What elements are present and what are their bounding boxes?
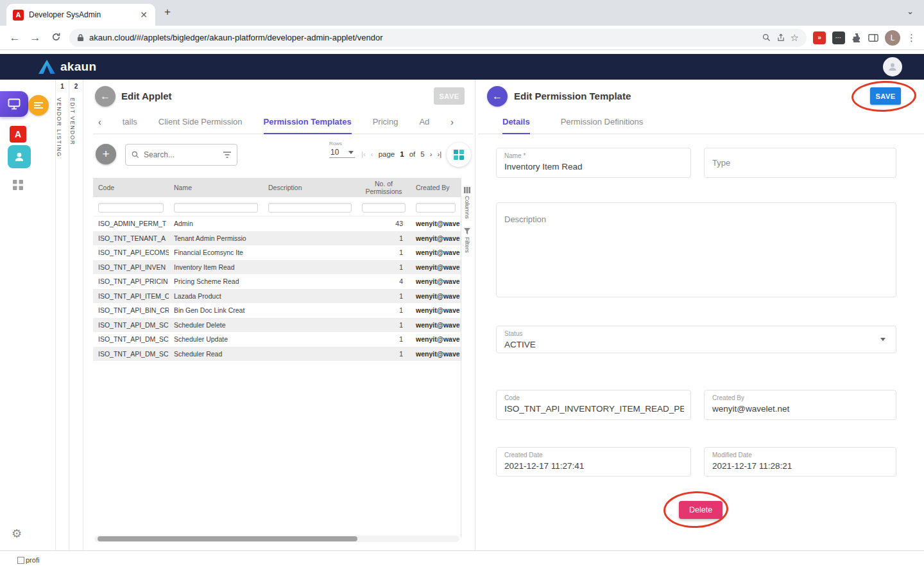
cell-code: ISO_TNT_API_DM_SC — [93, 321, 169, 329]
contacts-applet-button[interactable] — [8, 145, 31, 168]
cell-permissions: 1 — [357, 292, 411, 300]
step-tab-vendor-listing[interactable]: 1 VENDOR LISTING — [55, 80, 69, 550]
type-field[interactable]: Type — [704, 148, 896, 178]
browser-tab[interactable]: A Developer SysAdmin ✕ — [6, 4, 155, 26]
filter-input-description[interactable] — [268, 203, 352, 213]
back-button[interactable]: ← — [487, 86, 508, 107]
table-row[interactable]: ISO_TNT_API_INVEN Inventory Item Read 1 … — [93, 260, 461, 275]
delete-button[interactable]: Delete — [679, 501, 723, 519]
share-icon[interactable] — [776, 33, 785, 42]
last-page-button[interactable]: ›| — [438, 150, 442, 158]
tabs-scroll-left-icon[interactable]: ‹ — [98, 117, 101, 127]
page-of-word: of — [409, 150, 416, 158]
extension-icon-dark[interactable]: ⋯ — [832, 31, 845, 44]
url-bar[interactable]: akaun.cloud/#/applets/bigledger/akaun-pl… — [69, 29, 807, 47]
browser-tabstrip: A Developer SysAdmin ✕ + ⌄ — [0, 0, 924, 26]
akaun-logo-icon — [38, 60, 55, 74]
scrollbar-thumb[interactable] — [98, 536, 357, 541]
cell-permissions: 1 — [357, 263, 411, 271]
filter-list-icon[interactable] — [223, 151, 232, 159]
tab-pricing[interactable]: Pricing — [373, 110, 398, 134]
cell-code: ISO_TNT_API_BIN_CR — [93, 306, 169, 314]
save-button[interactable]: SAVE — [870, 87, 901, 105]
save-button-disabled[interactable]: SAVE — [434, 87, 465, 105]
app-rail: A ⚙ — [0, 80, 54, 550]
cell-created-by: wenyit@wave — [411, 249, 461, 256]
columns-toggle[interactable]: Columns — [461, 187, 473, 219]
logo-text: akaun — [60, 60, 96, 74]
step-tab-edit-vendor[interactable]: 2 EDIT VENDOR — [69, 80, 83, 550]
table-row[interactable]: ISO_TNT_API_DM_SC Scheduler Delete 1 wen… — [93, 318, 461, 333]
active-applet-button[interactable] — [0, 91, 28, 117]
sidebar-toggle-icon[interactable] — [868, 33, 878, 42]
add-permission-template-button[interactable]: + — [96, 144, 116, 164]
user-avatar[interactable] — [883, 57, 902, 76]
filters-toggle[interactable]: Filters — [461, 228, 473, 253]
tab-permission-templates[interactable]: Permission Templates — [264, 110, 352, 134]
menu-toggle-button[interactable] — [28, 95, 49, 116]
angular-favicon-icon: A — [13, 10, 24, 21]
footer: profi — [0, 550, 924, 578]
app-header: akaun — [0, 54, 924, 80]
first-page-button[interactable]: |‹ — [361, 150, 366, 158]
cell-name: Scheduler Read — [169, 350, 263, 358]
browser-profile-avatar[interactable]: L — [885, 30, 900, 46]
table-row[interactable]: ISO_TNT_API_ECOMS Financial Ecomsync Ite… — [93, 245, 461, 260]
cell-permissions: 1 — [357, 234, 411, 242]
prev-page-button[interactable]: ‹ — [371, 150, 373, 158]
akaun-logo[interactable]: akaun — [38, 60, 96, 74]
tab-close-icon[interactable]: ✕ — [139, 10, 149, 20]
bookmark-star-icon[interactable]: ☆ — [791, 32, 799, 44]
modified-date-field[interactable]: Modified Date 2021-12-17 11:28:21 — [704, 447, 896, 477]
cell-code: ISO_TNT_API_DM_SC — [93, 350, 169, 358]
applet-tabs: ‹ tails Client Side Permission Permissio… — [93, 110, 473, 134]
table-row[interactable]: ISO_TNT_API_DM_SC Scheduler Update 1 wen… — [93, 332, 461, 347]
extension-icon-red[interactable]: » — [813, 31, 826, 44]
created-date-field[interactable]: Created Date 2021-12-17 11:27:41 — [496, 447, 691, 477]
table-row[interactable]: ISO_TNT_API_PRICIN Pricing Scheme Read 4… — [93, 274, 461, 289]
table-row[interactable]: ISO_TNT_API_BIN_CR Bin Gen Doc Link Crea… — [93, 303, 461, 318]
person-icon — [13, 151, 25, 162]
filter-input-created-by[interactable] — [416, 203, 456, 213]
pdf-applet-icon[interactable]: A — [10, 126, 26, 143]
code-field[interactable]: Code ISO_TNT_API_INVENTORY_ITEM_READ_PER… — [496, 390, 691, 420]
settings-gear-icon[interactable]: ⚙ — [12, 527, 22, 541]
filter-input-permissions[interactable] — [362, 203, 406, 213]
name-field[interactable]: Name * Inventory Item Read — [496, 148, 691, 178]
tabs-scroll-right-icon[interactable]: › — [450, 117, 454, 127]
zoom-icon[interactable] — [762, 33, 771, 42]
horizontal-scrollbar[interactable] — [94, 536, 459, 542]
created-by-field[interactable]: Created By wenyit@wavelet.net — [704, 390, 896, 420]
next-page-button[interactable]: › — [430, 150, 432, 158]
browser-menu-icon[interactable]: ⋮ — [907, 32, 916, 44]
filter-input-code[interactable] — [98, 203, 164, 213]
back-button[interactable]: ← — [95, 86, 116, 107]
puzzle-extensions-icon[interactable] — [851, 33, 862, 43]
tab-admin[interactable]: Ad — [419, 110, 429, 134]
table-row[interactable]: ISO_TNT_API_ITEM_C Lazada Product 1 weny… — [93, 289, 461, 304]
description-field[interactable]: Description — [496, 202, 896, 297]
new-tab-button[interactable]: + — [164, 6, 171, 19]
tab-details[interactable]: tails — [123, 110, 137, 134]
search-input[interactable] — [144, 150, 219, 159]
status-select[interactable]: Status ACTIVE — [496, 326, 896, 353]
tab-search-caret-icon[interactable]: ⌄ — [907, 6, 914, 16]
tab-client-side-permission[interactable]: Client Side Permission — [158, 110, 243, 134]
table-row[interactable]: ISO_TNT_API_DM_SC Scheduler Read 1 wenyi… — [93, 347, 461, 362]
tab-permission-definitions[interactable]: Permission Definitions — [561, 110, 644, 134]
apps-grid-icon[interactable] — [13, 180, 23, 193]
col-description: Description — [263, 184, 357, 191]
rows-select[interactable]: 10 — [329, 146, 355, 158]
refresh-icon[interactable] — [49, 32, 63, 44]
table-row[interactable]: ISO_TNT_TENANT_A Tenant Admin Permissio … — [93, 231, 461, 246]
cell-permissions: 1 — [357, 321, 411, 329]
forward-icon[interactable]: → — [28, 32, 42, 43]
search-box — [125, 144, 237, 166]
tab-details[interactable]: Details — [502, 110, 530, 134]
cell-created-by: wenyit@wave — [411, 335, 461, 343]
browser-tab-title: Developer SysAdmin — [29, 10, 133, 19]
view-toggle-button[interactable] — [447, 143, 471, 167]
filter-input-name[interactable] — [174, 203, 258, 213]
table-row[interactable]: ISO_ADMIN_PERM_T Admin 43 wenyit@wave — [93, 216, 461, 231]
back-icon[interactable]: ← — [8, 32, 22, 43]
